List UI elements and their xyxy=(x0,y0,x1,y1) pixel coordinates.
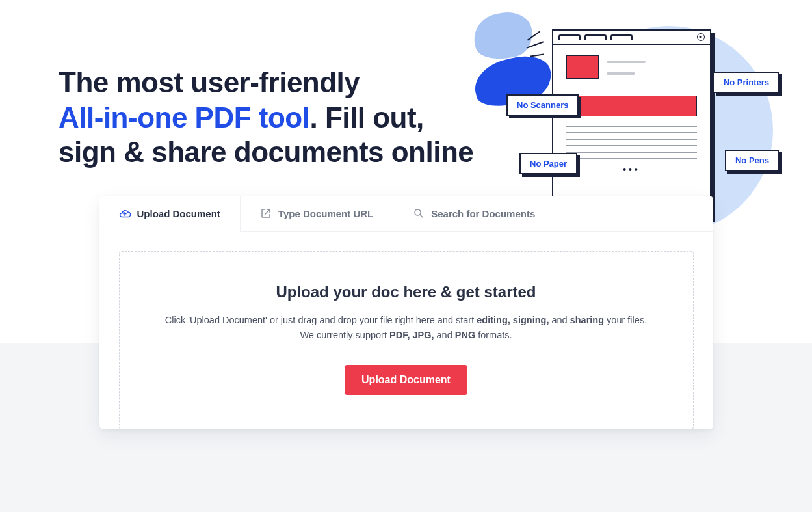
search-icon xyxy=(413,208,425,219)
dropzone-title: Upload your doc here & get started xyxy=(159,283,654,301)
upload-tabs: Upload Document Type Document URL Search… xyxy=(99,196,713,232)
document-window-illustration: ••• xyxy=(552,29,711,218)
dropzone-description: Click 'Upload Document' or just drag and… xyxy=(159,313,654,343)
tab-search-label: Search for Documents xyxy=(431,208,535,219)
cloud-upload-icon xyxy=(119,208,131,220)
external-link-icon xyxy=(260,208,272,219)
hero-accent: All-in-one PDF tool xyxy=(59,101,309,133)
tag-no-pens: No Pens xyxy=(725,150,779,171)
hero-illustration: ••• No Scanners No Printers No Paper No … xyxy=(474,13,773,170)
hero-line3: sign & share documents online xyxy=(59,136,473,168)
upload-document-button[interactable]: Upload Document xyxy=(345,365,467,395)
hero-section: The most user-friendly All-in-one PDF to… xyxy=(0,0,812,196)
tab-type-url[interactable]: Type Document URL xyxy=(241,196,393,232)
hero-line1: The most user-friendly xyxy=(59,66,360,98)
tab-search-documents[interactable]: Search for Documents xyxy=(393,196,555,232)
hero-title: The most user-friendly All-in-one PDF to… xyxy=(59,65,474,170)
close-icon xyxy=(697,33,705,41)
hero-text: The most user-friendly All-in-one PDF to… xyxy=(59,65,474,170)
tag-no-printers: No Printers xyxy=(713,72,779,93)
tab-url-label: Type Document URL xyxy=(278,208,373,219)
tab-upload-document[interactable]: Upload Document xyxy=(99,196,241,232)
ellipsis-icon: ••• xyxy=(566,165,697,175)
docwin-titlebar xyxy=(553,31,710,45)
hero-line2-rest: . Fill out, xyxy=(309,101,423,133)
svg-point-0 xyxy=(415,209,421,215)
speed-lines-icon xyxy=(526,33,545,65)
tag-no-scanners: No Scanners xyxy=(506,94,579,116)
tab-upload-label: Upload Document xyxy=(137,208,220,219)
dropzone[interactable]: Upload your doc here & get started Click… xyxy=(119,251,694,429)
upload-card: Upload Document Type Document URL Search… xyxy=(99,196,713,429)
tag-no-paper: No Paper xyxy=(519,153,577,174)
